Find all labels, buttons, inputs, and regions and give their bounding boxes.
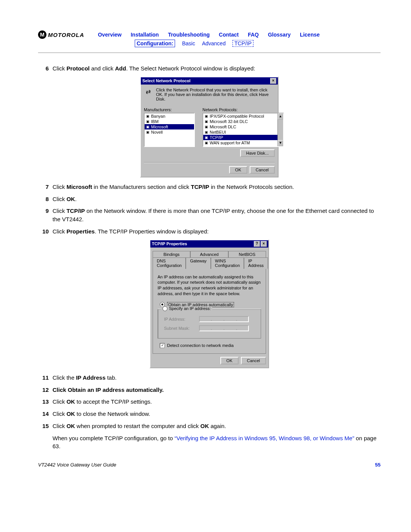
step-8: 8 Click OK.	[38, 195, 381, 203]
nav-glossary[interactable]: Glossary	[268, 32, 291, 38]
footer-page-number: 55	[375, 462, 381, 468]
tab-bindings[interactable]: Bindings	[153, 251, 190, 257]
subnet-mask-label: Subnet Mask:	[164, 326, 194, 331]
cancel-button[interactable]: Cancel	[241, 357, 266, 364]
step-text: Click the IP Address tab.	[53, 374, 381, 382]
list-item[interactable]: ▣IBM	[145, 119, 194, 124]
ip-address-input[interactable]: ...	[199, 316, 249, 322]
nav-license[interactable]: License	[300, 32, 320, 38]
dialog-title-bar: Select Network Protocol ×	[141, 77, 278, 85]
list-item[interactable]: ▣Microsoft DLC	[203, 124, 283, 129]
step-number: 6	[38, 64, 53, 73]
close-icon[interactable]: ×	[270, 78, 276, 84]
vendor-icon: ▣	[146, 114, 150, 118]
step-number: 12	[38, 386, 53, 394]
protocol-item-icon: ▣	[205, 141, 208, 145]
scrollbar[interactable]: ▲ ▼	[277, 113, 283, 146]
step-7: 7 Click Microsoft in the Manufacturers s…	[38, 183, 381, 191]
tab-dns-configuration[interactable]: DNS Configuration	[153, 257, 186, 269]
step-number: 14	[38, 410, 53, 418]
step-9: 9 Click TCP/IP on the Network window. If…	[38, 207, 381, 224]
step-text: Click Microsoft in the Manufacturers sec…	[53, 183, 381, 191]
nav-overview[interactable]: Overview	[98, 32, 121, 38]
closing-paragraph: When you complete TCP/IP configuration, …	[53, 434, 381, 451]
nav-troubleshooting[interactable]: Troubleshooting	[168, 32, 210, 38]
close-icon[interactable]: ×	[261, 241, 267, 247]
protocol-item-icon: ▣	[205, 130, 208, 134]
protocol-item-icon: ▣	[205, 114, 208, 118]
step-text: Click Protocol and click Add. The Select…	[53, 64, 381, 73]
tab-ip-address[interactable]: IP Address	[244, 257, 268, 269]
scroll-up-icon[interactable]: ▲	[278, 113, 283, 120]
list-item[interactable]: ▣Banyan	[145, 113, 194, 119]
tab-netbios[interactable]: NetBIOS	[228, 251, 266, 257]
step-text: Click OK.	[53, 195, 381, 203]
ok-button[interactable]: OK	[220, 357, 239, 364]
list-item-selected[interactable]: ▣Microsoft	[145, 124, 194, 129]
step-10: 10 Click Properties. The TCP/IP Properti…	[38, 227, 381, 236]
step-text: Click TCP/IP on the Network window. If t…	[53, 207, 381, 224]
protocol-item-icon: ▣	[205, 136, 208, 139]
tab-advanced[interactable]: Advanced	[190, 251, 228, 257]
protocols-listbox[interactable]: ▣IPX/SPX-compatible Protocol ▣Microsoft …	[202, 113, 284, 147]
subnav-basic[interactable]: Basic	[182, 40, 195, 46]
tab-gateway[interactable]: Gateway	[186, 257, 210, 269]
have-disk-button[interactable]: Have Disk...	[240, 149, 275, 157]
header-divider	[38, 53, 381, 53]
step-text: Click Properties. The TCP/IP Properties …	[53, 227, 381, 236]
list-item[interactable]: ▣WAN support for ATM	[203, 140, 283, 145]
step-number: 11	[38, 374, 53, 382]
vendor-icon: ▣	[146, 125, 150, 129]
list-item[interactable]: ▣IPX/SPX-compatible Protocol	[203, 113, 283, 119]
step-text: Click OK to close the Network window.	[53, 410, 381, 418]
protocol-item-icon: ▣	[205, 120, 208, 123]
page-header: M MOTOROLA Overview Installation Trouble…	[38, 30, 381, 39]
protocol-item-icon: ▣	[205, 125, 208, 129]
specify-ip-fieldset: Specify an IP address: IP Address: ... S…	[158, 309, 261, 339]
ok-button[interactable]: OK	[229, 166, 247, 174]
subnav-tcpip[interactable]: TCP/IP	[233, 40, 253, 47]
nav-contact[interactable]: Contact	[219, 32, 239, 38]
step-number: 13	[38, 398, 53, 406]
step-11: 11 Click the IP Address tab.	[38, 374, 381, 382]
step-6: 6 Click Protocol and click Add. The Sele…	[38, 64, 381, 73]
dialog-intro-text: Click the Network Protocol that you want…	[156, 88, 275, 101]
step-number: 10	[38, 227, 53, 236]
list-item[interactable]: ▣Microsoft 32-bit DLC	[203, 119, 283, 124]
step-text: Click OK to accept the TCP/IP settings.	[53, 398, 381, 406]
cross-reference-link[interactable]: “Verifying the IP Address in Windows 95,…	[174, 435, 354, 441]
subnet-mask-row: Subnet Mask: ...	[164, 325, 255, 331]
subnav-advanced[interactable]: Advanced	[202, 40, 226, 46]
help-icon[interactable]: ?	[254, 241, 260, 247]
list-item[interactable]: ▣NetBEUI	[203, 129, 283, 135]
step-number: 9	[38, 207, 53, 224]
cancel-button[interactable]: Cancel	[250, 166, 275, 174]
dialog-title: Select Network Protocol	[142, 78, 191, 83]
brand-logo: M MOTOROLA	[38, 30, 84, 39]
brand-name: MOTOROLA	[48, 32, 84, 38]
step-number: 15	[38, 422, 53, 430]
nav-faq[interactable]: FAQ	[248, 32, 259, 38]
protocol-icon: ⇄	[144, 88, 152, 96]
dialog-title-bar: TCP/IP Properties ? ×	[150, 240, 268, 248]
nav-installation[interactable]: Installation	[131, 32, 159, 38]
specify-ip-radio[interactable]: Specify an IP address:	[161, 306, 212, 311]
list-item-selected[interactable]: ▣TCP/IP	[203, 135, 283, 140]
configuration-label: Configuration:	[135, 40, 175, 47]
ip-address-row: IP Address: ...	[164, 316, 255, 322]
tab-strip: Bindings Advanced NetBIOS DNS Configurat…	[153, 251, 266, 268]
list-item[interactable]: ▣Novell	[145, 129, 194, 135]
manufacturers-listbox[interactable]: ▣Banyan ▣IBM ▣Microsoft ▣Novell	[144, 113, 195, 147]
step-number: 7	[38, 183, 53, 191]
detect-connection-checkbox[interactable]: ✓ Detect connection to network media	[160, 343, 259, 348]
tab-wins-configuration[interactable]: WINS Configuration	[211, 257, 244, 269]
subnet-mask-input[interactable]: ...	[199, 325, 249, 331]
step-text: Click OK when prompted to restart the co…	[53, 422, 381, 430]
protocols-label: Network Protocols:	[202, 107, 284, 112]
vendor-icon: ▣	[146, 130, 150, 134]
motorola-logo-icon: M	[38, 30, 46, 39]
scroll-down-icon[interactable]: ▼	[278, 140, 283, 146]
step-15: 15 Click OK when prompted to restart the…	[38, 422, 381, 430]
page-footer: VT2442 Voice Gateway User Guide 55	[38, 462, 381, 468]
step-text: Click Obtain an IP address automatically…	[53, 386, 381, 394]
